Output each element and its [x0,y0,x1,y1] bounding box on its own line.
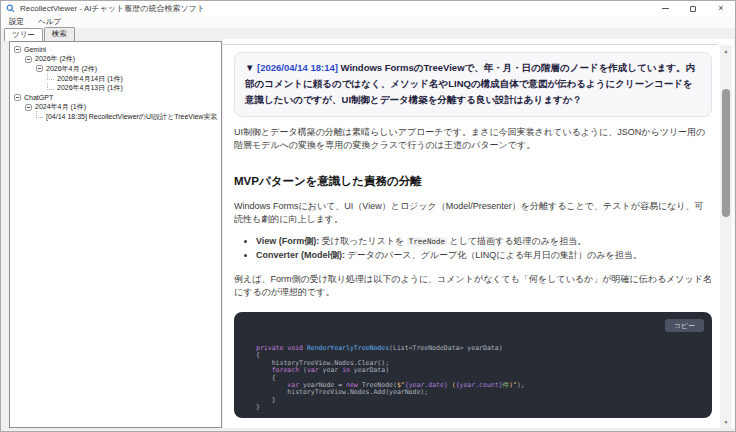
question-card[interactable]: ▼ [2026/04/14 18:14] Windows FormsのTreeV… [234,52,712,117]
code-line: } [256,404,712,411]
close-button[interactable]: × [707,1,735,16]
copy-code-button[interactable]: コピー [665,319,704,332]
scrollbar-thumb[interactable] [722,89,730,217]
text-segment: in [342,366,350,374]
tab-ツリー[interactable]: ツリー [4,28,43,41]
app-window: RecollectViewer - AIチャット履歴の統合検索ソフト × 設定ヘ… [0,0,736,432]
tree-node[interactable]: 2026年4月 (2件) [10,64,221,74]
text-segment: {year.count} [456,381,503,389]
history-tree-panel[interactable]: Gemini2026年 (2件)2026年4月 (2件)2026年4月14日 (… [9,41,222,428]
collapse-icon[interactable] [36,65,43,72]
collapse-marker-icon[interactable]: ▼ [245,62,257,73]
text-segment: Converter (Model側): [256,250,345,260]
window-title: RecollectViewer - AIチャット履歴の統合検索ソフト [20,3,205,14]
text-segment: } [256,403,260,411]
answer-paragraph-3: 例えば、Form側の受け取り処理は以下のように、コメントがなくても「何をしている… [234,273,712,299]
text-segment: ); [517,381,525,389]
text-segment: ( [299,366,307,374]
text-segment: データのパース、グループ化（LINQによる年月日の集計）のみを担当。 [345,250,642,260]
tree-node-label: [04/14 18:35] RecollectViewerのUI設計とTreeV… [46,112,217,122]
text-segment: として描画する処理のみを担当。 [447,236,586,246]
list-item: Converter (Model側): データのパース、グループ化（LINQによ… [256,249,712,263]
panel-divider [223,44,718,45]
scroll-up-icon[interactable]: ▲ [720,45,732,57]
text-segment: yearData) [350,366,389,374]
code-line: foreach (var year in yearData) [256,367,712,374]
text-segment: TreeNode [407,237,447,246]
maximize-icon [690,6,696,12]
tree-node[interactable]: [04/14 18:35] RecollectViewerのUI設計とTreeV… [10,112,221,122]
tree-branch-line [47,73,54,80]
chat-content: ▼ [2026/04/14 18:14] Windows FormsのTreeV… [234,52,712,430]
tree-node[interactable]: 2026年4月13日 (1件) [10,83,221,93]
text-segment: (List<TreeNodeData> yearData) [389,344,503,352]
code-listing: private void RenderYearlyTreeNodes(List<… [256,345,712,412]
detail-panel: ▼ [2026/04/14 18:14] Windows FormsのTreeV… [223,39,734,430]
question-text: ▼ [2026/04/14 18:14] Windows FormsのTreeV… [245,60,701,108]
title-bar[interactable]: RecollectViewer - AIチャット履歴の統合検索ソフト × [1,1,735,16]
tree-node-label: 2026年 (2件) [35,54,75,64]
menu-item-設定[interactable]: 設定 [9,17,24,27]
text-segment: RenderYearlyTreeNodes [307,344,389,352]
text-segment: )" [509,381,517,389]
tree-node-label: ChatGPT [24,94,53,101]
text-segment: View (Form側): [256,236,319,246]
tab-検索[interactable]: 検索 [44,27,75,41]
text-segment: private void [256,344,307,352]
code-block: コピー private void RenderYearlyTreeNodes(L… [234,312,712,418]
text-segment: historyTreeView.Nodes.Add(yearNode); [256,388,428,396]
question-timestamp: [2026/04/14 18:14] [257,62,338,73]
tree-node-label: 2026年4月14日 (1件) [57,74,123,84]
tree-node[interactable]: ChatGPT [10,93,221,103]
collapse-icon[interactable] [25,56,32,63]
minimize-button[interactable] [651,1,679,16]
vertical-scrollbar[interactable]: ▲ ▼ [720,45,732,428]
tree-branch-line [47,83,54,90]
collapse-icon[interactable] [14,46,21,53]
list-item: View (Form側): 受け取ったリストを TreeNode として描画する… [256,235,712,249]
text-segment: var [307,366,319,374]
code-line: historyTreeView.Nodes.Add(yearNode); [256,389,712,396]
collapse-icon[interactable] [25,104,32,111]
scroll-down-icon[interactable]: ▼ [720,416,732,428]
magnifier-app-icon [6,4,15,13]
menu-bar: 設定ヘルプ [1,16,735,28]
responsibility-list: View (Form側): 受け取ったリストを TreeNode として描画する… [256,235,712,262]
maximize-button[interactable] [679,1,707,16]
text-segment: year [319,366,342,374]
section-heading: MVPパターンを意識した責務の分離 [234,174,712,189]
answer-paragraph-2: Windows Formsにおいて、UI（View）とロジック（Model/Pr… [234,200,712,226]
tree-node-label: Gemini [24,46,46,53]
text-segment: ( [448,381,456,389]
tree-node-label: 2026年4月13日 (1件) [57,83,123,93]
text-segment: 受け取ったリストを [319,236,406,246]
close-icon: × [718,4,723,13]
window-frame-bottom [1,428,735,431]
tree-node[interactable]: Gemini [10,45,221,55]
collapse-icon[interactable] [14,94,21,101]
tree-node[interactable]: 2026年4月14日 (1件) [10,74,221,84]
tree-node[interactable]: 2026年 (2件) [10,55,221,65]
answer-paragraph-1: UI制御とデータ構築の分離は素晴らしいアプローチです。まさに今回実装されているよ… [234,126,712,152]
menu-item-ヘルプ[interactable]: ヘルプ [38,17,61,27]
minimize-icon [662,8,669,9]
code-line: private void RenderYearlyTreeNodes(List<… [256,345,712,352]
code-line: } [256,397,712,404]
tree-branch-line [36,111,43,118]
